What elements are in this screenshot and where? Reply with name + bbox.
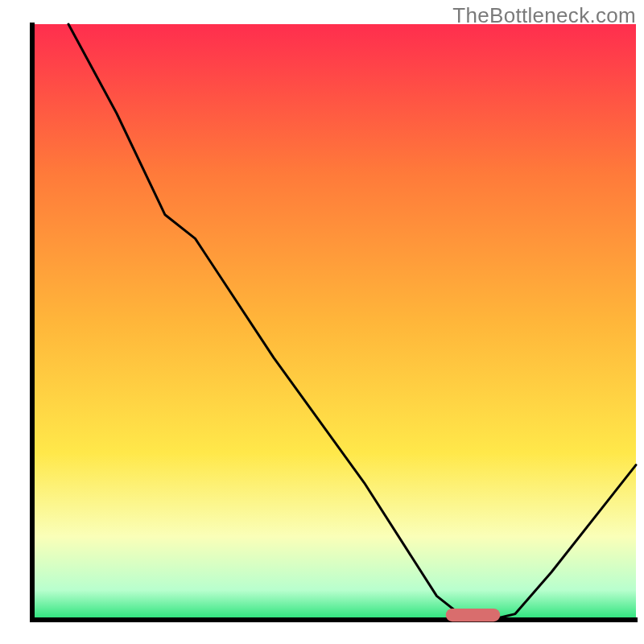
bottleneck-chart xyxy=(0,0,644,644)
optimal-marker xyxy=(446,609,501,621)
watermark-text: TheBottleneck.com xyxy=(452,3,636,28)
chart-container: TheBottleneck.com xyxy=(0,0,644,644)
plot-gradient-background xyxy=(32,24,636,620)
